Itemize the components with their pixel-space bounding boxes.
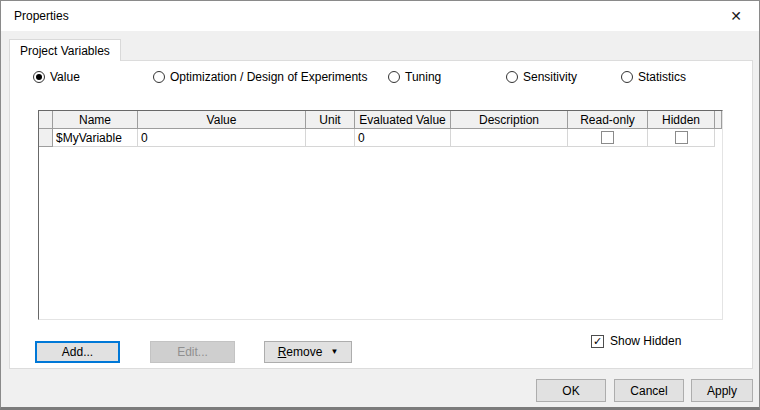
column-header-unit[interactable]: Unit: [306, 111, 355, 129]
cell-hidden: [648, 129, 715, 147]
radio-icon: [388, 71, 400, 83]
cell-read-only: [568, 129, 648, 147]
radio-statistics-label: Statistics: [638, 70, 686, 84]
window-title: Properties: [14, 1, 69, 31]
tab-label: Project Variables: [20, 44, 110, 58]
radio-icon: [506, 71, 518, 83]
cell-evaluated-value[interactable]: 0: [355, 129, 451, 147]
read-only-checkbox[interactable]: [601, 131, 614, 144]
apply-button[interactable]: Apply: [691, 379, 753, 402]
table-row: $MyVariable 0 0: [39, 129, 722, 147]
add-button[interactable]: Add...: [35, 341, 120, 363]
title-bar: Properties ✕: [1, 1, 759, 31]
close-button[interactable]: ✕: [713, 1, 759, 31]
column-header-evaluated-value[interactable]: Evaluated Value: [355, 111, 451, 129]
radio-optimization[interactable]: Optimization / Design of Experiments: [153, 70, 367, 84]
checkbox-box: ✓: [591, 335, 604, 348]
radio-sensitivity[interactable]: Sensitivity: [506, 70, 577, 84]
cancel-button-label: Cancel: [630, 384, 667, 398]
radio-sensitivity-label: Sensitivity: [523, 70, 577, 84]
radio-statistics[interactable]: Statistics: [621, 70, 686, 84]
hidden-checkbox[interactable]: [675, 131, 688, 144]
row-header-cell[interactable]: [39, 129, 53, 147]
cell-name[interactable]: $MyVariable: [53, 129, 138, 147]
close-icon: ✕: [730, 8, 742, 24]
column-header-description[interactable]: Description: [451, 111, 568, 129]
add-button-label: Add...: [62, 345, 93, 359]
grid-corner-cell: [39, 111, 53, 129]
edit-button[interactable]: Edit...: [150, 341, 235, 363]
column-header-value[interactable]: Value: [138, 111, 306, 129]
ok-button[interactable]: OK: [536, 379, 606, 402]
show-hidden-checkbox[interactable]: ✓ Show Hidden: [591, 334, 681, 348]
tab-project-variables[interactable]: Project Variables: [9, 39, 121, 61]
radio-value[interactable]: Value: [33, 70, 80, 84]
ok-button-label: OK: [562, 384, 579, 398]
radio-tuning[interactable]: Tuning: [388, 70, 441, 84]
apply-button-label: Apply: [707, 384, 737, 398]
column-header-name[interactable]: Name: [53, 111, 138, 129]
remove-button-label: Remove: [278, 345, 323, 359]
cell-value[interactable]: 0: [138, 129, 306, 147]
chevron-down-icon: ▼: [330, 348, 338, 356]
variables-grid: Name Value Unit Evaluated Value Descript…: [38, 110, 723, 320]
column-header-hidden[interactable]: Hidden: [648, 111, 715, 129]
cell-unit[interactable]: [306, 129, 355, 147]
cancel-button[interactable]: Cancel: [614, 379, 684, 402]
tab-pane: Value Optimization / Design of Experimen…: [9, 60, 753, 369]
column-header-read-only[interactable]: Read-only: [568, 111, 648, 129]
show-hidden-label: Show Hidden: [610, 334, 681, 348]
remove-button[interactable]: Remove ▼: [264, 341, 352, 363]
radio-value-label: Value: [50, 70, 80, 84]
radio-icon: [621, 71, 633, 83]
edit-button-label: Edit...: [177, 345, 208, 359]
cell-description[interactable]: [451, 129, 568, 147]
radio-selected-icon: [33, 71, 45, 83]
check-icon: ✓: [593, 336, 602, 347]
radio-icon: [153, 71, 165, 83]
properties-dialog: Properties ✕ Project Variables Value Opt…: [0, 0, 760, 410]
radio-tuning-label: Tuning: [405, 70, 441, 84]
column-header-filler: [715, 111, 722, 129]
radio-optimization-label: Optimization / Design of Experiments: [170, 70, 367, 84]
grid-header-row: Name Value Unit Evaluated Value Descript…: [39, 111, 722, 129]
